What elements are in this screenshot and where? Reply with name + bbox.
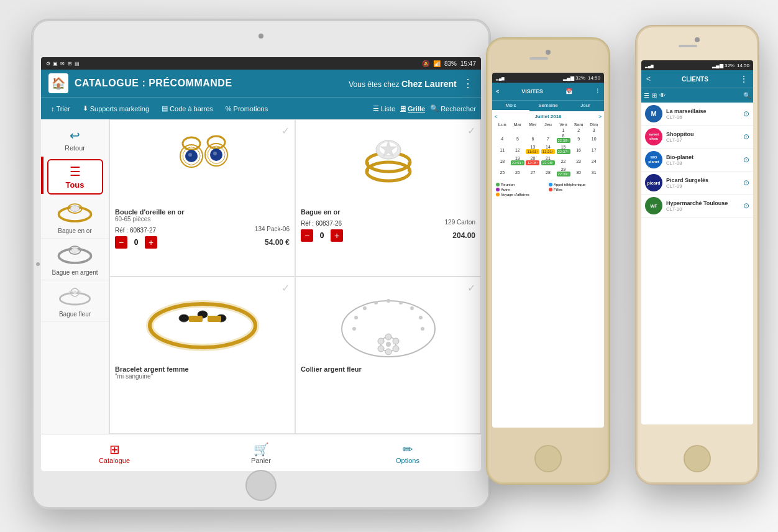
phone2-camera (695, 37, 700, 42)
svg-point-42 (387, 299, 390, 303)
svg-point-57 (378, 338, 384, 344)
svg-point-44 (410, 306, 414, 310)
qty-plus-1[interactable]: + (145, 236, 157, 249)
sidebar-item-bague-or[interactable]: Bague en or (41, 197, 109, 239)
liste-button[interactable]: ☰ Liste (373, 104, 395, 112)
cal-day-cell[interactable] (510, 127, 526, 133)
cal-day-cell[interactable]: 1922:91↑ (510, 155, 526, 167)
cal-day-cell[interactable]: 27 (525, 167, 541, 178)
phone2-toolbar: ☰ ⊞ 👁 🔍 (641, 88, 753, 103)
phone1-menu[interactable]: ⋮ (595, 88, 600, 94)
client-item-bioplanet[interactable]: BIOplanet Bio-planet CLT-08 ⊙ (641, 149, 753, 172)
sidebar-item-bague-argent[interactable]: Bague en argent (41, 239, 109, 280)
cal-day-cell[interactable]: 17 (586, 144, 602, 155)
cal-day-cell[interactable] (525, 127, 541, 133)
phone2-home-button[interactable] (684, 445, 711, 472)
cal-day-cell[interactable]: 12 (510, 144, 526, 155)
phone1-camera (546, 50, 551, 55)
cal-day-cell[interactable]: 2122:38↑ (541, 155, 556, 167)
tablet-menu-icon[interactable]: ⋮ (462, 77, 474, 89)
phone2-menu[interactable]: ⋮ (739, 74, 748, 84)
cal-day-cell[interactable]: 16 (571, 144, 587, 155)
client-item-shoppitou[interactable]: sweetchoc Shoppitou CLT-07 ⊙ (641, 126, 753, 149)
cal-day-cell[interactable]: 7 (541, 133, 556, 144)
sidebar-item-bague-fleur[interactable]: Bague fleur (41, 280, 109, 322)
cal-day-cell[interactable]: 11 (495, 144, 510, 155)
cal-day-cell[interactable]: 9 (571, 133, 587, 144)
cal-day-cell[interactable]: 31 (586, 167, 602, 178)
cal-day-cell[interactable]: 822:38↑ (556, 133, 571, 144)
cal-day-cell[interactable]: 2 (571, 127, 587, 133)
cal-day-cell[interactable]: 5 (510, 133, 526, 144)
phone2-view-icon[interactable]: 👁 (659, 92, 666, 99)
tablet-home-icon[interactable]: 🏠 (48, 73, 68, 93)
options-nav-button[interactable]: ✏ Options (334, 434, 481, 471)
panier-icon: 🛒 (254, 442, 269, 457)
panier-nav-button[interactable]: 🛒 Panier (188, 434, 334, 471)
phone2-grid-icon[interactable]: ⊞ (652, 92, 657, 99)
tab-jour[interactable]: Jour (567, 101, 604, 111)
cal-day-cell[interactable]: 24 (586, 155, 602, 167)
legend-filles: Filles (549, 188, 600, 191)
rechercher-button[interactable]: 🔍 Rechercher (430, 104, 476, 112)
cal-day-cell[interactable]: 1311:61↑ (525, 144, 541, 155)
tablet-body: ↩ Retour ☰ Tous (41, 119, 481, 434)
cal-week-5: 25 26 27 28 2922:39↑ 30 31 (495, 167, 602, 178)
trier-button[interactable]: ↕ Trier (46, 103, 75, 115)
phone1-home-button[interactable] (534, 445, 562, 472)
qty-minus-2[interactable]: − (301, 229, 313, 242)
qty-minus-1[interactable]: − (115, 236, 127, 249)
retour-button[interactable]: ↩ Retour (60, 123, 90, 157)
tab-semaine[interactable]: Semaine (529, 101, 567, 111)
phone2-search-icon[interactable]: 🔍 (743, 92, 751, 99)
cal-day-cell[interactable]: 6 (525, 133, 541, 144)
qty-plus-2[interactable]: + (331, 229, 343, 242)
tablet-status-bar: ⚙ ▣ ✉ ⊞ ▤ 🔕 📶 83% 15:47 (41, 57, 481, 70)
client-item-marseillaise[interactable]: M La marseillaise CLT-06 ⊙ (641, 103, 753, 126)
cal-day-cell[interactable] (541, 127, 556, 133)
cal-day-cell[interactable]: 25 (495, 167, 510, 178)
cal-day-cell[interactable]: 18 (495, 155, 510, 167)
cal-day-cell[interactable]: 30 (571, 167, 587, 178)
client-logo-hypermarche: WF (645, 197, 662, 214)
client-item-picard[interactable]: picard Picard Surgelés CLT-09 ⊙ (641, 172, 753, 195)
cal-day-cell[interactable]: 1 (556, 127, 571, 133)
cal-day-cell[interactable]: 3 (586, 127, 602, 133)
phone2-back-button[interactable]: < (646, 75, 651, 83)
cal-week-4: 18 1922:91↑ 2012:08↑ 2122:38↑ 22 23 24 (495, 155, 602, 167)
product-cell-2: ✓ (295, 119, 481, 277)
cal-day-cell[interactable]: 4 (495, 133, 510, 144)
phone1: ▂▄▆ ▂▄▆ 32% 14:50 < VISITES 📅 ⋮ Mois Sem… (486, 37, 610, 485)
tablet-sidebar: ↩ Retour ☰ Tous (41, 119, 109, 434)
cal-day-cell[interactable]: 1411:21↑ (541, 144, 556, 155)
barcode-button[interactable]: ▤ Code à barres (157, 102, 218, 115)
cal-week-2: 4 5 6 7 822:38↑ 9 10 (495, 133, 602, 144)
cal-day-cell[interactable]: 23 (571, 155, 587, 167)
client-item-hypermarche[interactable]: WF Hypermarché Toulouse CLT-10 ⊙ (641, 195, 753, 218)
product-image-2 (301, 125, 475, 206)
tous-button[interactable]: ☰ Tous (47, 159, 103, 195)
tablet-home-button[interactable] (245, 470, 277, 501)
scene: ⚙ ▣ ✉ ⊞ ▤ 🔕 📶 83% 15:47 🏠 CATALOGUE : PR… (0, 0, 778, 532)
cal-day-cell[interactable]: 10 (586, 133, 602, 144)
phone2: ▂▄▆ ▂▄▆ 32% 14:50 < CLIENTS ⋮ ☰ ⊞ 👁 🔍 (635, 25, 759, 485)
cal-day-cell[interactable]: 28 (541, 167, 556, 178)
cal-prev[interactable]: < (495, 114, 498, 119)
cal-day-cell[interactable]: 26 (510, 167, 526, 178)
product-name-3: Bracelet argent femme (115, 365, 290, 373)
cal-day-cell[interactable]: 2012:08↑ (525, 155, 541, 167)
catalogue-nav-button[interactable]: ⊞ Catalogue (41, 434, 188, 471)
phone2-signal: ▂▄▆ (645, 63, 654, 68)
grille-button[interactable]: ⊞ Grille (400, 104, 425, 112)
marketing-button[interactable]: ⬇ Supports marketing (78, 102, 154, 115)
cal-day-cell[interactable]: 2922:39↑ (556, 167, 571, 178)
cal-next[interactable]: > (598, 114, 602, 119)
cal-day-cell[interactable]: 22 (556, 155, 571, 167)
cal-day-cell[interactable]: 1522:37↑ (556, 144, 571, 155)
promotions-button[interactable]: % Promotions (221, 103, 273, 115)
phone1-back-button[interactable]: < (496, 88, 499, 94)
tab-mois[interactable]: Mois (492, 101, 529, 111)
phone2-list-icon[interactable]: ☰ (644, 92, 649, 99)
svg-point-49 (354, 316, 358, 319)
cal-day-cell[interactable] (495, 127, 510, 133)
